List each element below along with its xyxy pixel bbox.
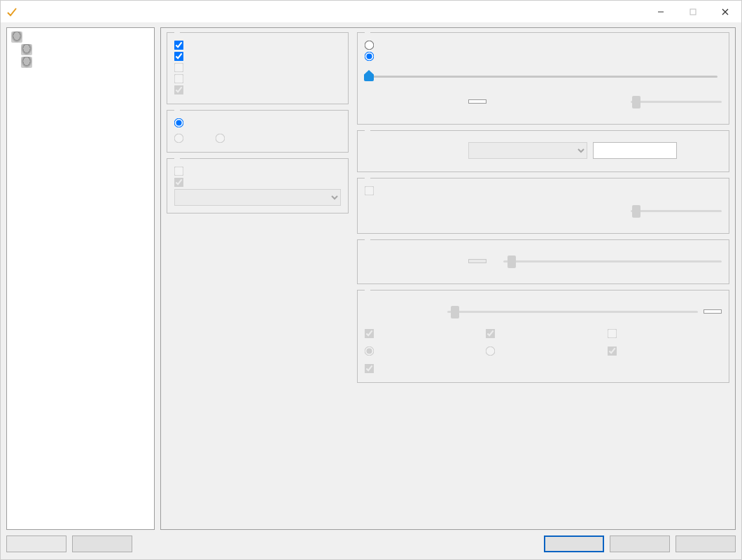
app-icon — [6, 6, 18, 18]
emuspeed-main-slider[interactable] — [369, 66, 718, 86]
tree-host-header[interactable] — [20, 56, 153, 69]
cpu-group — [167, 32, 349, 104]
cpu-more-compatible[interactable] — [174, 52, 341, 61]
mmu-none[interactable] — [174, 118, 341, 127]
help-button[interactable] — [676, 536, 736, 552]
cpu-emulation-speed-group — [357, 32, 729, 125]
cpu-24bit-addressing[interactable] — [174, 41, 341, 50]
svg-rect-1 — [690, 9, 696, 15]
fpu-unimplemented-emu — [174, 178, 341, 187]
emuspeed-fastest[interactable] — [365, 41, 722, 50]
settings-tree[interactable] — [6, 27, 155, 530]
reset-button — [6, 536, 66, 552]
emuspeed-approx[interactable] — [365, 52, 722, 61]
fpu-mode-select — [174, 189, 341, 206]
drive-icon — [21, 44, 32, 55]
jit-no-flags — [608, 346, 722, 356]
tree-hardware-header[interactable] — [20, 43, 153, 56]
quit-button[interactable] — [72, 536, 132, 552]
cpu-data-cache-emulation — [174, 63, 341, 72]
bottom-bar — [6, 534, 736, 554]
fpu-more-compatible — [174, 167, 341, 176]
close-button[interactable] — [709, 1, 741, 23]
cpu-fpu-panel — [160, 27, 736, 530]
drive-icon — [11, 31, 22, 43]
jit-hard-flush — [608, 329, 722, 338]
mmu-ec — [216, 134, 229, 143]
x86-group — [357, 239, 729, 284]
x86-speed-slider — [503, 251, 722, 271]
start-button[interactable] — [544, 536, 604, 552]
titlebar — [1, 1, 741, 23]
properties-window — [0, 0, 742, 560]
maximize-button — [677, 1, 709, 23]
cpu-frequency-select — [468, 142, 587, 159]
ppc-idle-slider — [631, 201, 722, 220]
jit-cache-slider — [447, 302, 698, 321]
jit-constant-jump — [486, 329, 600, 338]
jit-indirect — [486, 346, 600, 356]
cpu-jit — [174, 74, 341, 83]
cpu-idle-slider — [631, 92, 722, 111]
tree-root-settings[interactable] — [10, 31, 153, 43]
x86-speed-value — [468, 259, 486, 263]
mmu-mmu — [174, 134, 188, 143]
cpu-speed-value — [468, 99, 486, 104]
jit-catch-exceptions — [365, 364, 722, 373]
drive-icon — [21, 57, 32, 68]
client-area — [1, 23, 741, 559]
jit-cache-value — [704, 309, 722, 314]
mmu-group — [167, 110, 349, 153]
jit-fpu-support — [365, 329, 479, 338]
cpu-unimplemented-emu — [174, 85, 341, 94]
cancel-button[interactable] — [610, 536, 670, 552]
ppc-emulation — [365, 186, 722, 195]
fpu-group — [167, 158, 349, 214]
cpu-frequency-extra — [593, 142, 677, 159]
minimize-button[interactable] — [645, 1, 677, 23]
cycle-exact-group — [357, 130, 729, 172]
jit-group — [357, 290, 729, 383]
jit-direct — [365, 346, 479, 356]
ppc-group — [357, 178, 729, 234]
